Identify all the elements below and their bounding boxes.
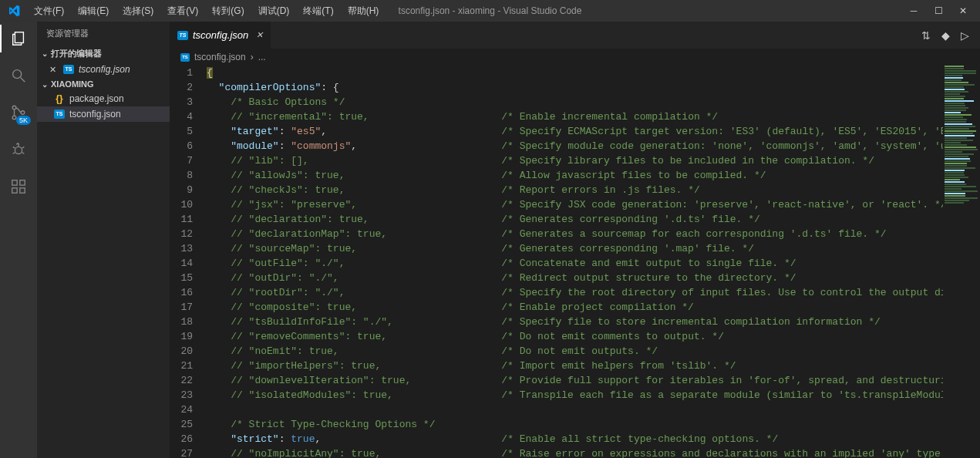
menu-bar: 文件(F)编辑(E)选择(S)查看(V)转到(G)调试(D)终端(T)帮助(H) [28, 2, 385, 21]
titlebar: 文件(F)编辑(E)选择(S)查看(V)转到(G)调试(D)终端(T)帮助(H)… [0, 0, 980, 22]
project-label: XIAOMING [51, 79, 94, 89]
menu-item[interactable]: 调试(D) [252, 2, 296, 21]
file-tree-item[interactable]: {}package.json [37, 91, 170, 106]
open-changes-icon[interactable]: ◆ [941, 29, 950, 42]
minimize-icon[interactable]: ─ [909, 5, 918, 16]
compare-changes-icon[interactable]: ⇅ [921, 29, 931, 42]
svg-line-2 [21, 78, 25, 83]
close-icon[interactable]: ✕ [958, 5, 968, 16]
breadcrumb[interactable]: TS tsconfig.json › ... [170, 49, 980, 66]
ts-file-icon: TS [177, 31, 188, 40]
open-editors-section[interactable]: ⌄ 打开的编辑器 [37, 45, 170, 62]
explorer-title: 资源管理器 [37, 22, 170, 45]
breadcrumb-file: tsconfig.json [194, 52, 246, 62]
open-editor-item[interactable]: ✕ TS tsconfig.json [37, 62, 170, 77]
chevron-down-icon: ⌄ [42, 80, 48, 89]
svg-rect-8 [12, 188, 17, 193]
svg-rect-0 [15, 32, 23, 43]
menu-item[interactable]: 编辑(E) [72, 2, 115, 21]
file-tree-item[interactable]: TStsconfig.json [37, 106, 170, 122]
svg-rect-7 [12, 180, 17, 185]
code-content[interactable]: { "compilerOptions": { /* Basic Options … [207, 66, 980, 458]
explorer-icon[interactable] [8, 28, 29, 49]
menu-item[interactable]: 查看(V) [161, 2, 204, 21]
menu-item[interactable]: 选择(S) [116, 2, 160, 21]
tab-close-icon[interactable]: ✕ [256, 30, 263, 40]
menu-item[interactable]: 帮助(H) [342, 2, 386, 21]
file-name: tsconfig.json [69, 109, 121, 120]
svg-point-5 [21, 111, 25, 115]
svg-point-6 [15, 146, 22, 153]
scm-badge: 5K [16, 116, 31, 125]
menu-item[interactable]: 终端(T) [297, 2, 339, 21]
vscode-logo-icon [8, 5, 22, 17]
run-icon[interactable]: ▷ [961, 29, 969, 42]
source-control-icon[interactable]: 5K [8, 102, 29, 123]
open-editors-label: 打开的编辑器 [51, 48, 102, 59]
debug-icon[interactable] [8, 139, 29, 160]
ts-file-icon: TS [63, 65, 74, 74]
svg-point-1 [13, 70, 22, 79]
json-file-icon: {} [56, 93, 62, 104]
activity-bar: 5K [0, 22, 37, 458]
tab-bar: TS tsconfig.json ✕ ⇅ ◆ ▷ [170, 22, 980, 49]
editor-actions: ⇅ ◆ ▷ [911, 22, 980, 49]
window-controls: ─ ☐ ✕ [909, 5, 974, 16]
close-editor-icon[interactable]: ✕ [49, 65, 59, 75]
ts-file-icon: TS [180, 53, 190, 62]
editor-area: TS tsconfig.json ✕ ⇅ ◆ ▷ TS tsconfig.jso… [170, 22, 980, 458]
ts-file-icon: TS [54, 109, 65, 119]
project-section[interactable]: ⌄ XIAOMING [37, 77, 170, 91]
tab-tsconfig[interactable]: TS tsconfig.json ✕ [170, 22, 271, 49]
breadcrumb-rest: ... [258, 52, 266, 62]
extensions-icon[interactable] [8, 176, 29, 197]
open-editor-filename: tsconfig.json [79, 64, 130, 75]
minimap[interactable] [943, 66, 980, 458]
menu-item[interactable]: 转到(G) [206, 2, 250, 21]
maximize-icon[interactable]: ☐ [934, 5, 943, 16]
tab-label: tsconfig.json [193, 29, 248, 41]
svg-point-3 [12, 106, 16, 109]
explorer-sidebar: 资源管理器 ⌄ 打开的编辑器 ✕ TS tsconfig.json ⌄ XIAO… [37, 22, 170, 458]
chevron-down-icon: ⌄ [42, 49, 48, 58]
svg-rect-9 [20, 188, 25, 193]
breadcrumb-sep: › [251, 52, 254, 62]
line-number-gutter: 1234567891011121314151617181920212223242… [170, 66, 207, 458]
file-name: package.json [69, 93, 124, 104]
search-icon[interactable] [8, 65, 29, 86]
menu-item[interactable]: 文件(F) [28, 2, 70, 21]
svg-rect-10 [20, 180, 25, 185]
code-editor[interactable]: 1234567891011121314151617181920212223242… [170, 66, 980, 458]
